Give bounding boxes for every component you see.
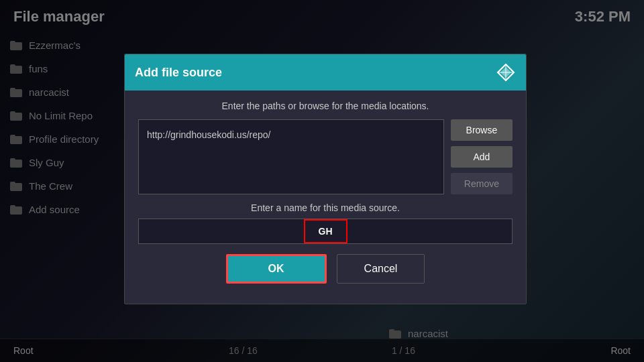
dialog-title: Add file source: [135, 66, 222, 80]
dialog-path-instruction: Enter the paths or browse for the media …: [138, 101, 513, 111]
ok-button[interactable]: OK: [226, 254, 327, 284]
dialog-body: Enter the paths or browse for the media …: [125, 90, 526, 304]
dialog-actions: OK Cancel: [138, 254, 513, 294]
dialog-header: Add file source: [125, 54, 526, 90]
name-input-wrapper: GH: [138, 219, 513, 244]
path-url-value: http://grindhousekodi.us/repo/: [147, 125, 435, 144]
name-value-field[interactable]: GH: [304, 219, 347, 243]
name-right-empty[interactable]: [347, 219, 513, 243]
name-left-field[interactable]: [139, 219, 304, 243]
browse-button[interactable]: Browse: [451, 119, 513, 141]
add-path-button[interactable]: Add: [451, 146, 513, 168]
remove-path-button[interactable]: Remove: [451, 173, 513, 194]
path-section: http://grindhousekodi.us/repo/ Browse Ad…: [138, 119, 513, 194]
path-buttons: Browse Add Remove: [451, 119, 513, 194]
name-instruction: Enter a name for this media source.: [138, 202, 513, 213]
kodi-logo-icon: [496, 62, 516, 82]
add-file-source-dialog: Add file source Enter the paths or brows…: [124, 54, 527, 304]
cancel-button[interactable]: Cancel: [337, 254, 425, 284]
path-input-area[interactable]: http://grindhousekodi.us/repo/: [138, 119, 444, 194]
